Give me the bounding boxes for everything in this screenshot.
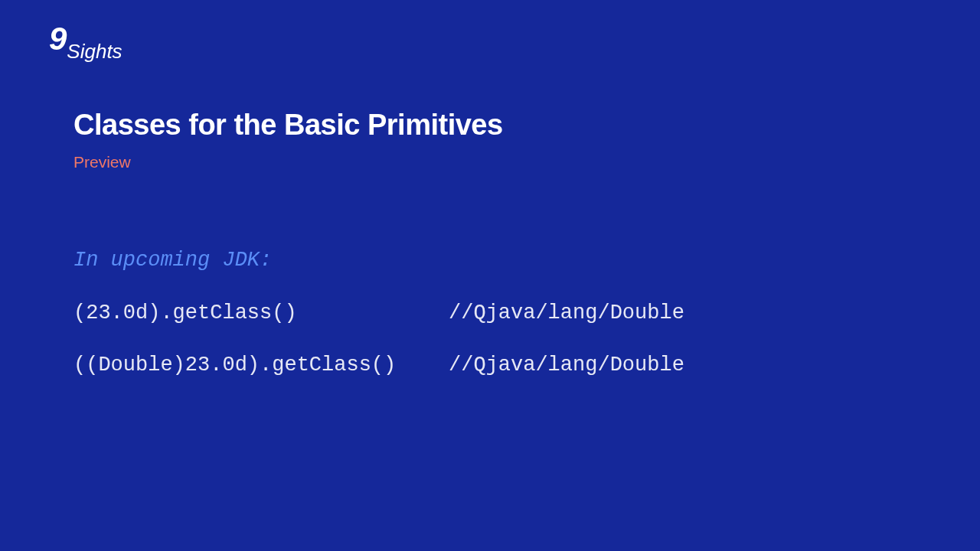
- preview-tag: Preview: [74, 153, 131, 171]
- slide: 9 Sights Classes for the Basic Primitive…: [0, 0, 980, 551]
- code-block: In upcoming JDK: (23.0d).getClass() //Qj…: [74, 245, 684, 403]
- brand-logo: 9 Sights: [49, 29, 122, 61]
- logo-nine-icon: 9: [49, 23, 65, 55]
- code-expression: ((Double)23.0d).getClass(): [74, 350, 449, 381]
- code-row: ((Double)23.0d).getClass() //Qjava/lang/…: [74, 350, 684, 381]
- logo-text: Sights: [67, 41, 122, 61]
- code-row: (23.0d).getClass() //Qjava/lang/Double: [74, 298, 684, 329]
- code-expression: (23.0d).getClass(): [74, 298, 449, 329]
- slide-title: Classes for the Basic Primitives: [74, 109, 503, 142]
- code-comment: //Qjava/lang/Double: [449, 298, 684, 329]
- code-lead-comment: In upcoming JDK:: [74, 245, 684, 276]
- code-comment: //Qjava/lang/Double: [449, 350, 684, 381]
